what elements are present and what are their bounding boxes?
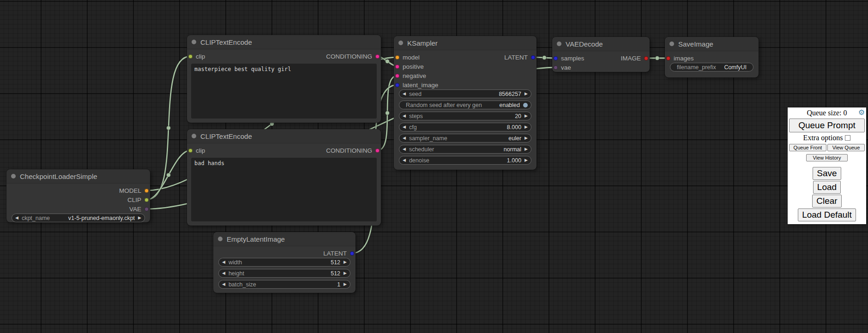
- node-title-bar[interactable]: KSampler: [394, 36, 536, 50]
- input-port-dot-clip[interactable]: [188, 54, 193, 59]
- widget-increment-arrow-icon[interactable]: ▶: [340, 258, 350, 266]
- output-port-dot-IMAGE[interactable]: [644, 56, 648, 60]
- widget-label: steps: [409, 113, 423, 119]
- output-port-dot-CLIP[interactable]: [145, 198, 149, 202]
- widget-decrement-arrow-icon[interactable]: ◀: [219, 280, 229, 288]
- node-title: SaveImage: [678, 40, 713, 48]
- widget-increment-arrow-icon[interactable]: ▶: [521, 145, 531, 153]
- widget-height[interactable]: ◀height512▶: [218, 269, 350, 278]
- view-queue-button[interactable]: View Queue: [827, 144, 865, 151]
- input-port-dot-model[interactable]: [395, 55, 399, 59]
- port-row: modelLATENT: [394, 53, 536, 62]
- collapse-dot-icon[interactable]: [11, 174, 16, 178]
- node-title-bar[interactable]: VAEDecode: [552, 37, 650, 51]
- node-save-image[interactable]: SaveImageimagesfilename_prefixComfyUI: [665, 37, 759, 77]
- widget-sampler_name[interactable]: ◀sampler_nameeuler▶: [399, 134, 531, 143]
- collapse-dot-icon[interactable]: [218, 237, 223, 241]
- save-button[interactable]: Save: [813, 167, 841, 180]
- input-port-dot-samples[interactable]: [554, 56, 558, 60]
- toggle-indicator-icon[interactable]: [523, 103, 528, 107]
- input-port-dot-images[interactable]: [666, 56, 670, 60]
- widget-steps[interactable]: ◀steps20▶: [399, 112, 531, 120]
- collapse-dot-icon[interactable]: [192, 40, 196, 44]
- widget-decrement-arrow-icon[interactable]: ◀: [399, 145, 409, 153]
- load-button[interactable]: Load: [813, 181, 841, 194]
- widget-decrement-arrow-icon[interactable]: ◀: [219, 269, 229, 277]
- output-port-dot-VAE[interactable]: [145, 207, 149, 211]
- prompt-text-input[interactable]: bad hands: [191, 158, 377, 221]
- node-body: LATENT◀width512▶◀height512▶◀batch_size1▶: [213, 246, 356, 293]
- widget-increment-arrow-icon[interactable]: ▶: [340, 269, 350, 277]
- widget-increment-arrow-icon[interactable]: ▶: [521, 156, 531, 164]
- collapse-dot-icon[interactable]: [669, 42, 674, 46]
- widget-label: filename_prefix: [677, 64, 716, 71]
- node-title-bar[interactable]: CheckpointLoaderSimple: [6, 169, 150, 184]
- view-history-button[interactable]: View History: [806, 154, 848, 161]
- queue-prompt-button[interactable]: Queue Prompt: [789, 119, 865, 132]
- widget-decrement-arrow-icon[interactable]: ◀: [399, 90, 409, 98]
- input-port-label: latent_image: [403, 82, 438, 89]
- node-title-bar[interactable]: CLIPTextEncode: [187, 35, 381, 49]
- output-port-dot-LATENT[interactable]: [350, 251, 354, 256]
- widget-decrement-arrow-icon[interactable]: ◀: [399, 134, 409, 142]
- widget-increment-arrow-icon[interactable]: ▶: [340, 280, 350, 288]
- output-port-dot-MODEL[interactable]: [145, 189, 149, 193]
- input-port-dot-clip[interactable]: [188, 149, 193, 153]
- widget-decrement-arrow-icon[interactable]: ◀: [399, 112, 409, 120]
- input-port-dot-positive[interactable]: [395, 65, 399, 69]
- prompt-text-input[interactable]: masterpiece best quality girl: [191, 64, 377, 119]
- output-port-dot-CONDITIONING[interactable]: [375, 149, 380, 153]
- node-body: clipCONDITIONINGbad hands: [187, 143, 381, 226]
- widget-decrement-arrow-icon[interactable]: ◀: [399, 156, 409, 164]
- widget-label: cfg: [409, 124, 417, 131]
- widget-decrement-arrow-icon[interactable]: ◀: [12, 214, 22, 222]
- node-clip-text-encode-positive[interactable]: CLIPTextEncodeclipCONDITIONINGmasterpiec…: [187, 35, 381, 123]
- widget-batch_size[interactable]: ◀batch_size1▶: [218, 280, 350, 289]
- node-checkpoint-loader[interactable]: CheckpointLoaderSimpleMODELCLIPVAE◀ckpt_…: [6, 169, 150, 222]
- input-port-label: positive: [403, 63, 424, 70]
- widget-seed[interactable]: ◀seed8566257▶: [399, 89, 531, 98]
- node-ksampler[interactable]: KSamplermodelLATENTpositivenegativelaten…: [394, 36, 536, 170]
- widget-scheduler[interactable]: ◀schedulernormal▶: [399, 145, 531, 154]
- widget-increment-arrow-icon[interactable]: ▶: [521, 134, 531, 142]
- widget-width[interactable]: ◀width512▶: [218, 258, 350, 267]
- input-port-dot-latent_image[interactable]: [395, 83, 399, 87]
- node-clip-text-encode-negative[interactable]: CLIPTextEncodeclipCONDITIONINGbad hands: [187, 129, 381, 226]
- collapse-dot-icon[interactable]: [192, 134, 196, 138]
- load-default-button[interactable]: Load Default: [798, 208, 856, 221]
- input-port-dot-vae[interactable]: [554, 65, 558, 70]
- node-title-bar[interactable]: EmptyLatentImage: [213, 232, 356, 246]
- node-empty-latent-image[interactable]: EmptyLatentImageLATENT◀width512▶◀height5…: [213, 232, 356, 293]
- collapse-dot-icon[interactable]: [398, 41, 403, 45]
- output-port-label: VAE: [129, 206, 141, 213]
- widget-decrement-arrow-icon[interactable]: ◀: [219, 258, 229, 266]
- collapse-dot-icon[interactable]: [557, 42, 561, 46]
- widgets: ◀width512▶◀height512▶◀batch_size1▶: [213, 258, 356, 289]
- node-title-bar[interactable]: CLIPTextEncode: [187, 129, 381, 143]
- extra-options-checkbox[interactable]: [845, 135, 850, 141]
- output-port-label: MODEL: [119, 187, 141, 194]
- widget-decrement-arrow-icon[interactable]: ◀: [399, 123, 409, 131]
- widget-increment-arrow-icon[interactable]: ▶: [135, 214, 145, 222]
- widget-filename_prefix[interactable]: filename_prefixComfyUI: [670, 63, 753, 71]
- node-vae-decode[interactable]: VAEDecodesamplesIMAGEvae: [552, 37, 650, 72]
- queue-front-button[interactable]: Queue Front: [789, 144, 826, 151]
- input-port-label: model: [403, 54, 420, 61]
- input-port-label: negative: [403, 72, 426, 79]
- output-port-dot-LATENT[interactable]: [531, 55, 535, 59]
- widget-ckpt_name[interactable]: ◀ckpt_namev1-5-pruned-emaonly.ckpt▶: [12, 214, 145, 222]
- clear-button[interactable]: Clear: [812, 195, 841, 208]
- widget-increment-arrow-icon[interactable]: ▶: [521, 112, 531, 120]
- widget-random-seed-after-every-gen[interactable]: Random seed after every genenabled: [399, 101, 531, 109]
- node-title-bar[interactable]: SaveImage: [665, 37, 759, 51]
- widget-label: width: [229, 259, 242, 266]
- widget-increment-arrow-icon[interactable]: ▶: [521, 123, 531, 131]
- node-graph-canvas[interactable]: CheckpointLoaderSimpleMODELCLIPVAE◀ckpt_…: [0, 0, 868, 333]
- widget-denoise[interactable]: ◀denoise1.000▶: [399, 156, 531, 165]
- output-port-dot-CONDITIONING[interactable]: [375, 54, 380, 59]
- widget-value: 8566257: [499, 91, 521, 97]
- settings-gear-icon[interactable]: ⚙: [858, 108, 865, 117]
- widget-increment-arrow-icon[interactable]: ▶: [521, 90, 531, 98]
- widget-cfg[interactable]: ◀cfg8.000▶: [399, 123, 531, 131]
- input-port-dot-negative[interactable]: [395, 74, 399, 78]
